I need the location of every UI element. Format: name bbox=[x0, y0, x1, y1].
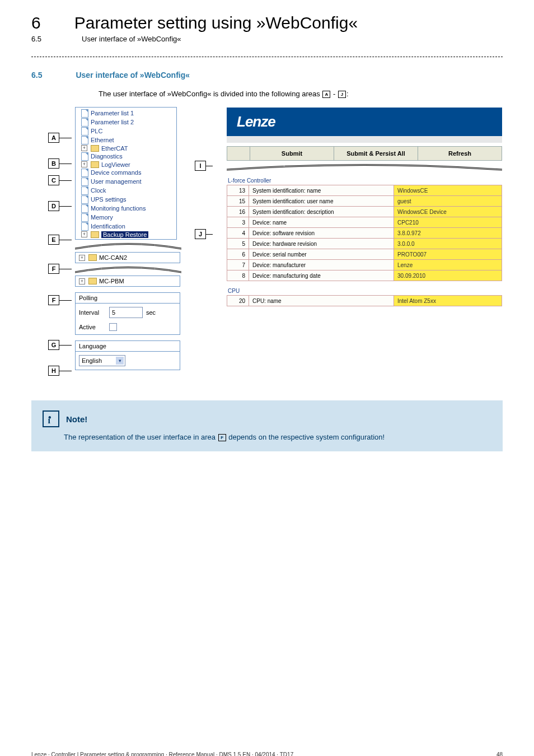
folder-icon bbox=[91, 145, 99, 152]
toolbar: Submit Submit & Persist All Refresh bbox=[227, 146, 502, 161]
cell-value[interactable]: Lenze bbox=[394, 260, 502, 270]
cell-label: Device: serial number bbox=[249, 249, 394, 260]
cell-value[interactable]: Intel Atom Z5xx bbox=[394, 296, 502, 306]
tree-item-label: Memory bbox=[91, 214, 113, 221]
file-icon bbox=[81, 195, 88, 204]
cell-value[interactable]: 30.09.2010 bbox=[394, 270, 502, 281]
tree-item-label: LogViewer bbox=[101, 161, 130, 168]
table-row: 4Device: software revision3.8.0.972 bbox=[227, 228, 502, 239]
cell-index: 7 bbox=[227, 260, 249, 270]
brand-bar: Lenze bbox=[227, 108, 502, 143]
interval-input[interactable] bbox=[109, 307, 143, 318]
tree-item[interactable]: Ethernet bbox=[81, 136, 173, 144]
expand-icon[interactable]: + bbox=[81, 161, 87, 167]
panel-label: MC-CAN2 bbox=[99, 254, 127, 261]
tree-item-label: User management bbox=[91, 178, 142, 185]
cell-index: 8 bbox=[227, 270, 249, 281]
tree-item[interactable]: Device commands bbox=[81, 168, 173, 177]
note-box: •ı Note! The representation of the user … bbox=[31, 400, 503, 451]
panel-polling: Polling Interval sec Active bbox=[75, 292, 180, 335]
submit-button[interactable]: Submit bbox=[250, 147, 334, 160]
subsection-title: User interface of »WebConfig« bbox=[82, 35, 181, 43]
cell-value[interactable]: 3.0.0.0 bbox=[394, 239, 502, 249]
panel-mc-can2[interactable]: + MC-CAN2 bbox=[75, 252, 180, 263]
expand-icon[interactable]: + bbox=[79, 255, 85, 261]
tree-item[interactable]: +EtherCAT bbox=[81, 144, 173, 152]
tree-item[interactable]: PLC bbox=[81, 127, 173, 136]
expand-icon[interactable]: + bbox=[81, 145, 87, 151]
note-title: Note! bbox=[66, 414, 87, 424]
expand-icon[interactable]: + bbox=[79, 278, 85, 284]
separator bbox=[31, 57, 503, 57]
file-icon bbox=[81, 186, 88, 195]
cell-index: 6 bbox=[227, 249, 249, 260]
cell-index: 20 bbox=[227, 296, 249, 306]
area-badge-h: H bbox=[48, 366, 59, 376]
toolbar-spacer bbox=[227, 147, 250, 160]
cell-value[interactable]: guest bbox=[394, 196, 502, 207]
refresh-button[interactable]: Refresh bbox=[418, 147, 502, 160]
panel-language: Language English ▾ bbox=[75, 340, 180, 370]
tree-item[interactable]: UPS settings bbox=[81, 195, 173, 204]
chapter-number: 6 bbox=[31, 13, 41, 32]
cell-value[interactable]: 3.8.0.972 bbox=[394, 228, 502, 239]
tree-item-label: Identification bbox=[91, 223, 125, 230]
table-row: 8Device: manufacturing date30.09.2010 bbox=[227, 270, 502, 281]
area-badge-b: B bbox=[48, 158, 59, 169]
tree-item[interactable]: Memory bbox=[81, 213, 173, 222]
file-icon bbox=[81, 222, 88, 231]
area-badge-e: E bbox=[48, 235, 59, 245]
cell-value[interactable]: CPC210 bbox=[394, 217, 502, 228]
cell-label: Device: manufacturer bbox=[249, 260, 394, 270]
parameter-table-main: 13System identification: nameWindowsCE15… bbox=[227, 185, 502, 281]
footer-left: Lenze · Controller | Parameter setting &… bbox=[31, 752, 293, 756]
tree-item[interactable]: Monitoring functions bbox=[81, 204, 173, 213]
section-number: 6.5 bbox=[31, 71, 42, 80]
tree-item[interactable]: Parameter list 1 bbox=[81, 109, 173, 118]
tree-item[interactable]: Parameter list 2 bbox=[81, 118, 173, 127]
table-row: 3Device: nameCPC210 bbox=[227, 217, 502, 228]
cell-label: CPU: name bbox=[249, 296, 394, 306]
table-row: 7Device: manufacturerLenze bbox=[227, 260, 502, 270]
file-icon bbox=[81, 169, 88, 177]
panel-label: MC-PBM bbox=[99, 278, 124, 284]
panel-mc-pbm[interactable]: + MC-PBM bbox=[75, 276, 180, 287]
file-icon bbox=[81, 152, 88, 161]
panel-title: Language bbox=[76, 341, 180, 352]
language-select[interactable]: English ▾ bbox=[79, 355, 125, 366]
cell-value[interactable]: WindowsCE bbox=[394, 185, 502, 196]
tree-item-label: Monitoring functions bbox=[91, 205, 146, 212]
area-badge-f2: F bbox=[48, 295, 59, 305]
info-icon: •ı bbox=[43, 410, 59, 427]
navigation-tree[interactable]: Parameter list 1Parameter list 2PLCEther… bbox=[75, 107, 177, 240]
area-badge-f: F bbox=[48, 264, 59, 274]
interval-unit: sec bbox=[146, 309, 156, 316]
tree-item[interactable]: +LogViewer bbox=[81, 161, 173, 168]
table-row: 6Device: serial numberPROTO007 bbox=[227, 249, 502, 260]
tree-item[interactable]: +Backup Restore bbox=[81, 231, 173, 238]
language-value: English bbox=[82, 357, 102, 364]
intro-paragraph: The user interface of »WebConfig« is div… bbox=[99, 90, 503, 98]
submit-persist-button[interactable]: Submit & Persist All bbox=[334, 147, 418, 160]
tree-item[interactable]: User management bbox=[81, 177, 173, 186]
file-icon bbox=[81, 136, 88, 144]
tree-item[interactable]: Identification bbox=[81, 222, 173, 231]
area-badge-j: J bbox=[195, 229, 206, 239]
expand-icon[interactable]: + bbox=[81, 231, 87, 237]
tree-item[interactable]: Diagnostics bbox=[81, 152, 173, 161]
area-badge-d: D bbox=[48, 201, 59, 211]
area-badge-c: C bbox=[48, 175, 59, 185]
tree-item-label: UPS settings bbox=[91, 196, 127, 203]
tree-item-label: Clock bbox=[91, 187, 106, 194]
page-number: 48 bbox=[496, 752, 503, 756]
cell-value[interactable]: PROTO007 bbox=[394, 249, 502, 260]
group-title: CPU bbox=[228, 288, 502, 294]
cell-label: System identification: description bbox=[249, 207, 394, 217]
active-checkbox[interactable] bbox=[109, 323, 117, 331]
cell-value[interactable]: WindowsCE Device bbox=[394, 207, 502, 217]
table-row: 15System identification: user nameguest bbox=[227, 196, 502, 207]
tree-item[interactable]: Clock bbox=[81, 186, 173, 195]
cell-index: 4 bbox=[227, 228, 249, 239]
chapter-title: Parameter setting using »WebConfig« bbox=[74, 13, 358, 32]
table-row: 16System identification: descriptionWind… bbox=[227, 207, 502, 217]
